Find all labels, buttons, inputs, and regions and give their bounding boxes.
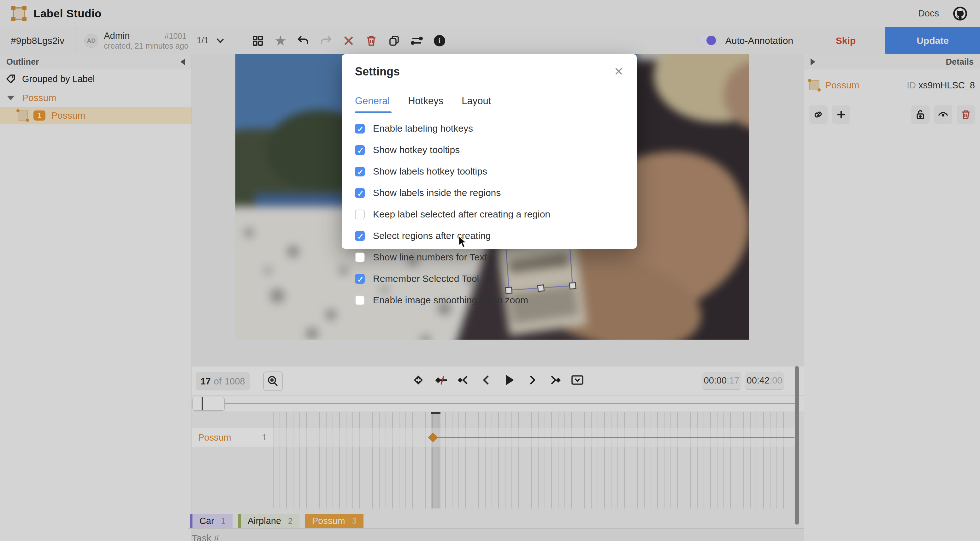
checkbox[interactable] [355,296,365,305]
label-studio-app: Label Studio Docs #9pb8Lgs2iv AD Admin #… [0,0,980,541]
option-enable-labeling-hotkeys[interactable]: Enable labeling hotkeys [355,124,624,133]
option-keep-label-selected[interactable]: Keep label selected after creating a reg… [355,210,624,219]
option-show-hotkey-tooltips[interactable]: Show hotkey tooltips [355,145,624,155]
checkbox[interactable] [355,188,365,198]
settings-options: Enable labeling hotkeys Show hotkey tool… [342,113,637,305]
checkbox[interactable] [355,167,365,177]
option-remember-selected-tool[interactable]: Remember Selected Tool [355,274,624,283]
checkbox[interactable] [355,210,365,220]
option-show-labels-inside-regions[interactable]: Show labels inside the regions [355,188,624,197]
option-enable-image-smoothing[interactable]: Enable image smoothing when zoom [355,296,624,305]
checkbox[interactable] [355,274,365,284]
tab-general[interactable]: General [355,89,390,113]
checkbox[interactable] [355,124,365,134]
close-icon[interactable]: ✕ [614,66,624,77]
checkbox[interactable] [355,253,365,262]
option-select-regions-after-creating[interactable]: Select regions after creating [355,231,624,240]
modal-title: Settings [355,65,400,78]
settings-tabs: General Hotkeys Layout [342,89,637,113]
checkbox[interactable] [355,231,365,241]
option-show-labels-hotkey-tooltips[interactable]: Show labels hotkey tooltips [355,167,624,176]
option-show-line-numbers[interactable]: Show line numbers for Text [355,253,624,262]
settings-modal: Settings ✕ General Hotkeys Layout Enable… [342,54,637,249]
tab-hotkeys[interactable]: Hotkeys [408,89,443,113]
tab-layout[interactable]: Layout [461,89,491,113]
checkbox[interactable] [355,145,365,155]
